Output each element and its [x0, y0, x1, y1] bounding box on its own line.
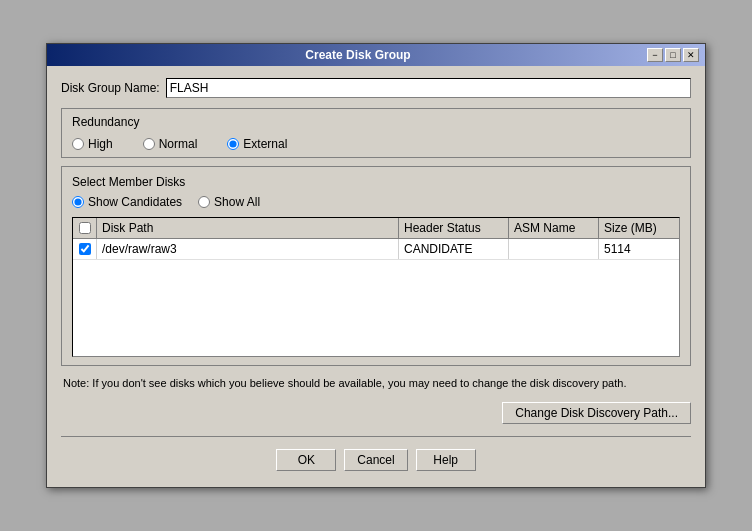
table-header: Disk Path Header Status ASM Name Size (M… — [73, 218, 679, 239]
minimize-button[interactable]: − — [647, 48, 663, 62]
cancel-button[interactable]: Cancel — [344, 449, 407, 471]
redundancy-normal-option[interactable]: Normal — [143, 137, 198, 151]
col-asm-name-header: ASM Name — [509, 218, 599, 238]
close-button[interactable]: ✕ — [683, 48, 699, 62]
member-disks-label: Select Member Disks — [72, 175, 680, 189]
redundancy-external-label: External — [243, 137, 287, 151]
redundancy-high-option[interactable]: High — [72, 137, 113, 151]
row-header-status: CANDIDATE — [399, 239, 509, 259]
table-row: /dev/raw/raw3 CANDIDATE 5114 — [73, 239, 679, 260]
create-disk-group-dialog: Create Disk Group − □ ✕ Disk Group Name:… — [46, 43, 706, 487]
redundancy-high-label: High — [88, 137, 113, 151]
redundancy-normal-label: Normal — [159, 137, 198, 151]
member-disks-section: Select Member Disks Show Candidates Show… — [61, 166, 691, 366]
col-size-mb-header: Size (MB) — [599, 218, 679, 238]
col-disk-path-header: Disk Path — [97, 218, 399, 238]
select-all-checkbox[interactable] — [79, 222, 91, 234]
row-disk-path: /dev/raw/raw3 — [97, 239, 399, 259]
show-candidates-option[interactable]: Show Candidates — [72, 195, 182, 209]
col-header-status-header: Header Status — [399, 218, 509, 238]
dialog-content: Disk Group Name: Redundancy High Normal … — [47, 66, 705, 486]
row-checkbox-cell — [73, 239, 97, 259]
show-candidates-radio[interactable] — [72, 196, 84, 208]
redundancy-normal-radio[interactable] — [143, 138, 155, 150]
view-mode-radio-row: Show Candidates Show All — [72, 195, 680, 209]
title-bar: Create Disk Group − □ ✕ — [47, 44, 705, 66]
redundancy-external-option[interactable]: External — [227, 137, 287, 151]
show-all-radio[interactable] — [198, 196, 210, 208]
table-body: /dev/raw/raw3 CANDIDATE 5114 — [73, 239, 679, 339]
bottom-button-row: OK Cancel Help — [61, 441, 691, 475]
redundancy-external-radio[interactable] — [227, 138, 239, 150]
disk-group-name-input[interactable] — [166, 78, 691, 98]
ok-button[interactable]: OK — [276, 449, 336, 471]
note-section: Note: If you don't see disks which you b… — [61, 376, 691, 431]
show-candidates-label: Show Candidates — [88, 195, 182, 209]
help-button[interactable]: Help — [416, 449, 476, 471]
disk-group-name-label: Disk Group Name: — [61, 81, 160, 95]
title-bar-buttons: − □ ✕ — [647, 48, 699, 62]
row-asm-name — [509, 239, 599, 259]
disk-table: Disk Path Header Status ASM Name Size (M… — [72, 217, 680, 357]
note-text: Note: If you don't see disks which you b… — [61, 376, 691, 391]
change-disk-discovery-path-button[interactable]: Change Disk Discovery Path... — [502, 402, 691, 424]
divider — [61, 436, 691, 437]
redundancy-section: Redundancy High Normal External — [61, 108, 691, 158]
redundancy-label: Redundancy — [72, 115, 680, 129]
row-select-checkbox[interactable] — [79, 243, 91, 255]
disk-group-name-row: Disk Group Name: — [61, 78, 691, 98]
maximize-button[interactable]: □ — [665, 48, 681, 62]
row-size-mb: 5114 — [599, 239, 679, 259]
show-all-label: Show All — [214, 195, 260, 209]
col-checkbox-header — [73, 218, 97, 238]
redundancy-radio-group: High Normal External — [72, 133, 680, 151]
show-all-option[interactable]: Show All — [198, 195, 260, 209]
redundancy-high-radio[interactable] — [72, 138, 84, 150]
dialog-title: Create Disk Group — [69, 48, 647, 62]
